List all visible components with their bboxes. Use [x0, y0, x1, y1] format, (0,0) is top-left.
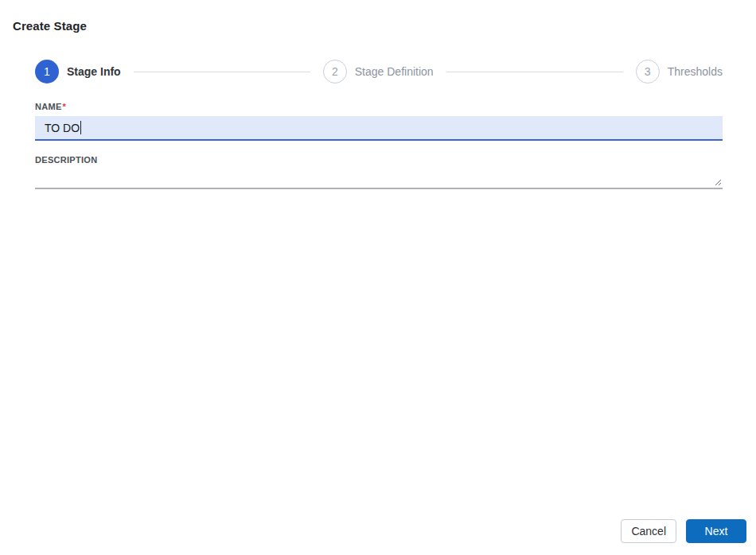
name-input[interactable]: TO DO [35, 116, 723, 141]
stepper-connector [134, 72, 310, 72]
description-field-wrap [35, 165, 723, 189]
stepper: 1 Stage Info 2 Stage Definition 3 Thresh… [35, 60, 723, 83]
step-1-label: Stage Info [67, 65, 121, 78]
name-label: NAME* [35, 102, 66, 111]
dialog-footer: Cancel Next [621, 519, 746, 543]
cancel-button[interactable]: Cancel [621, 519, 676, 543]
page-title: Create Stage [13, 19, 87, 33]
step-1-number-badge: 1 [35, 60, 59, 83]
name-label-text: NAME [35, 102, 62, 111]
name-input-value: TO DO [45, 122, 80, 134]
stepper-step-stage-info[interactable]: 1 Stage Info [35, 60, 121, 83]
step-2-label: Stage Definition [355, 65, 434, 78]
description-label: DESCRIPTION [35, 155, 97, 165]
stepper-connector [446, 72, 623, 72]
step-3-number-badge: 3 [636, 60, 660, 83]
stepper-step-stage-definition[interactable]: 2 Stage Definition [323, 60, 434, 83]
text-cursor [80, 121, 81, 134]
stepper-step-thresholds[interactable]: 3 Thresholds [636, 60, 723, 83]
description-label-text: DESCRIPTION [35, 155, 97, 165]
required-asterisk: * [63, 102, 67, 111]
next-button[interactable]: Next [686, 519, 746, 543]
description-textarea[interactable] [35, 165, 723, 189]
step-3-label: Thresholds [668, 65, 723, 78]
step-2-number-badge: 2 [323, 60, 347, 83]
